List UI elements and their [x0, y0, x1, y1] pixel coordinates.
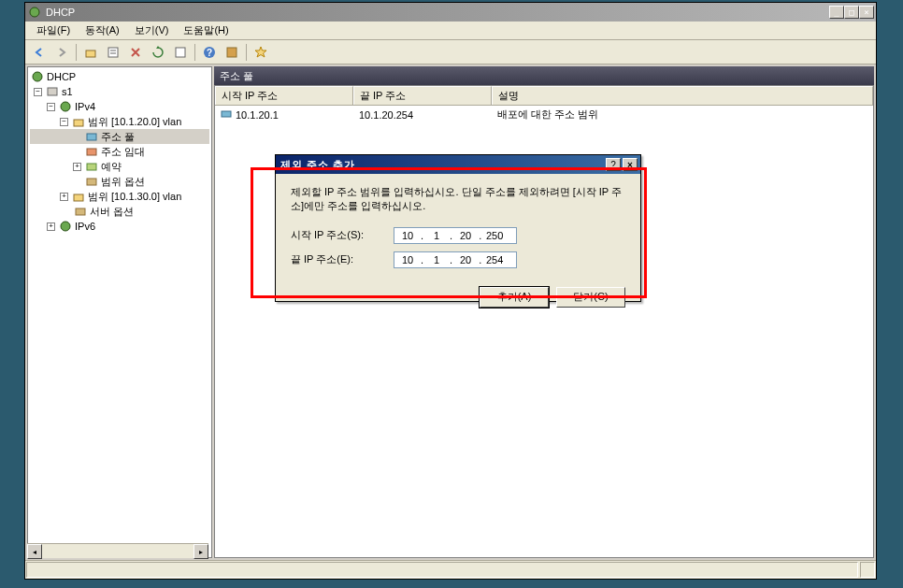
start-ip-octet4[interactable]: [481, 228, 508, 243]
maximize-button[interactable]: □: [844, 6, 859, 19]
svg-rect-16: [87, 179, 96, 185]
svg-rect-12: [74, 120, 83, 126]
server-icon: [45, 85, 60, 98]
svg-text:?: ?: [207, 48, 212, 58]
scope-icon: [71, 190, 86, 203]
tree-options[interactable]: 범위 옵션: [30, 174, 209, 189]
tree-server-options[interactable]: 서버 옵션: [30, 204, 209, 219]
app-icon: [27, 5, 42, 20]
svg-point-11: [61, 102, 70, 111]
svg-rect-1: [86, 50, 95, 57]
end-ip-label: 끝 IP 주소(E):: [291, 252, 394, 266]
tree-reservation[interactable]: + 예약: [30, 159, 209, 174]
end-ip-octet4[interactable]: [481, 252, 508, 267]
close-button[interactable]: ×: [859, 6, 874, 19]
dialog-close-button[interactable]: ×: [623, 158, 638, 171]
tree-pool[interactable]: 주소 풀: [30, 129, 209, 144]
status-grip: [860, 562, 875, 578]
reservation-icon: [84, 160, 99, 173]
window-title: DHCP: [46, 7, 829, 18]
properties-button[interactable]: [103, 42, 123, 63]
cell-desc: 배포에 대한 주소 범위: [492, 107, 873, 122]
col-start-ip[interactable]: 시작 IP 주소: [215, 86, 353, 105]
refresh-button[interactable]: [148, 42, 168, 63]
dialog-title: 제외 주소 추가: [279, 158, 606, 172]
range-icon: [221, 108, 234, 122]
svg-point-9: [33, 72, 42, 81]
dialog-title-bar[interactable]: 제외 주소 추가 ? ×: [276, 155, 640, 174]
svg-point-19: [61, 222, 70, 231]
pool-icon: [84, 130, 99, 143]
menu-view[interactable]: 보기(V): [127, 22, 177, 39]
end-ip-octet1[interactable]: [394, 252, 421, 267]
add-exclusion-dialog: 제외 주소 추가 ? × 제외할 IP 주소 범위를 입력하십시오. 단일 주소…: [275, 154, 641, 302]
svg-rect-13: [87, 134, 96, 140]
cell-end-ip: 10.1.20.254: [353, 107, 492, 122]
collapse-icon[interactable]: −: [47, 103, 55, 111]
collapse-icon[interactable]: −: [34, 88, 42, 96]
tree-ipv6[interactable]: + IPv6: [30, 219, 209, 234]
start-ip-input[interactable]: . . .: [394, 227, 517, 244]
svg-rect-17: [74, 194, 83, 201]
close-button[interactable]: 닫기(C): [556, 287, 625, 308]
svg-rect-8: [227, 48, 236, 57]
toolbar: ?: [25, 40, 876, 65]
scope-icon: [71, 115, 86, 128]
svg-rect-2: [108, 48, 118, 57]
end-ip-octet3[interactable]: [452, 252, 479, 267]
back-button[interactable]: [29, 42, 50, 63]
expand-icon[interactable]: +: [73, 163, 81, 171]
add-button[interactable]: 추가(A): [480, 287, 549, 308]
svg-rect-20: [222, 111, 231, 117]
dialog-help-button[interactable]: ?: [606, 158, 621, 171]
dhcp-icon: [30, 70, 45, 83]
svg-rect-15: [87, 164, 96, 170]
svg-rect-14: [87, 149, 96, 155]
title-bar[interactable]: DHCP _ □ ×: [25, 3, 876, 22]
dialog-instruction: 제외할 IP 주소 범위를 입력하십시오. 단일 주소를 제외하려면 [시작 I…: [291, 185, 625, 214]
end-ip-octet2[interactable]: [423, 252, 450, 267]
tree-scope1[interactable]: − 범위 [10.1.20.0] vlan: [30, 114, 209, 129]
status-cell: [26, 562, 858, 578]
col-desc[interactable]: 설명: [492, 86, 873, 105]
ipv4-icon: [58, 100, 73, 113]
delete-button[interactable]: [125, 42, 146, 63]
svg-point-0: [30, 7, 39, 17]
tree-ipv4[interactable]: − IPv4: [30, 99, 209, 114]
start-ip-octet3[interactable]: [452, 228, 479, 243]
tree-scope2[interactable]: + 범위 [10.1.30.0] vlan: [30, 189, 209, 204]
forward-button[interactable]: [51, 42, 72, 63]
status-bar: [25, 560, 876, 579]
collapse-icon[interactable]: −: [60, 118, 68, 126]
cell-start-ip: 10.1.20.1: [236, 109, 279, 121]
menu-action[interactable]: 동작(A): [78, 22, 127, 39]
tree-server[interactable]: − s1: [30, 84, 209, 99]
expand-icon[interactable]: +: [60, 193, 68, 201]
help-button[interactable]: ?: [199, 42, 220, 63]
lease-icon: [84, 145, 99, 158]
svg-rect-5: [176, 48, 185, 57]
server-options-icon: [73, 205, 88, 218]
scroll-right[interactable]: ▸: [194, 544, 208, 558]
list-row[interactable]: 10.1.20.1 10.1.20.254 배포에 대한 주소 범위: [215, 106, 873, 123]
scroll-track[interactable]: [42, 544, 194, 558]
tree-lease[interactable]: 주소 임대: [30, 144, 209, 159]
svg-rect-18: [76, 208, 85, 215]
tree-view[interactable]: DHCP − s1 − IPv4 − 범위 [10.1.20.0] vlan 주…: [27, 66, 212, 558]
tree-root[interactable]: DHCP: [30, 69, 209, 84]
scroll-left[interactable]: ◂: [27, 544, 42, 558]
start-ip-octet2[interactable]: [423, 228, 450, 243]
star-button[interactable]: [251, 42, 271, 63]
export-button[interactable]: [170, 42, 191, 63]
end-ip-input[interactable]: . . .: [394, 251, 517, 268]
options-icon: [84, 175, 99, 188]
start-ip-octet1[interactable]: [394, 228, 421, 243]
up-button[interactable]: [80, 42, 101, 63]
list-header: 주소 풀: [214, 66, 874, 85]
expand-icon[interactable]: +: [47, 222, 55, 231]
minimize-button[interactable]: _: [829, 6, 844, 19]
col-end-ip[interactable]: 끝 IP 주소: [353, 86, 492, 105]
menu-help[interactable]: 도움말(H): [176, 22, 236, 39]
menu-file[interactable]: 파일(F): [29, 22, 78, 39]
action-button[interactable]: [222, 42, 242, 63]
